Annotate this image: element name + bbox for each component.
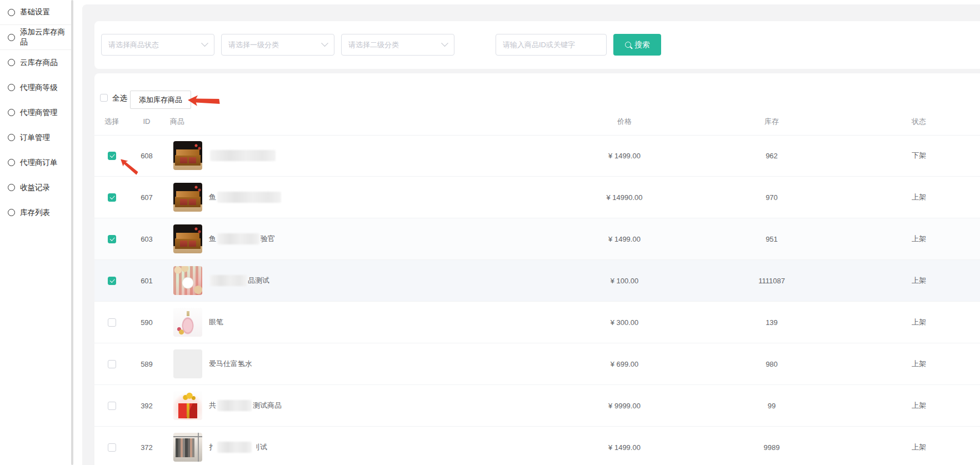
product-price: ¥ 300.00	[547, 318, 702, 327]
product-name: 品测试	[209, 275, 269, 286]
circle-icon	[8, 159, 15, 166]
category-level2-placeholder: 请选择二级分类	[348, 40, 399, 50]
main-content: 请选择商品状态 请选择一级分类 请选择二级分类 搜索 全选 添加库存商品	[82, 4, 980, 465]
table-row: 608 ¥ 1499.00 962 下架	[94, 135, 980, 177]
circle-icon	[8, 34, 15, 41]
product-name-text: 扌	[209, 443, 216, 451]
censored-name-block	[217, 192, 281, 203]
product-id: 372	[129, 443, 164, 452]
sidebar-item-label: 添加云库存商品	[20, 27, 71, 47]
product-image-meat-gift-box	[173, 224, 202, 253]
sidebar-item-label: 订单管理	[20, 133, 50, 143]
annotation-arrow-to-add-button	[187, 94, 220, 108]
product-status-placeholder: 请选择商品状态	[108, 40, 159, 50]
add-stock-product-button[interactable]: 添加库存商品	[130, 91, 191, 109]
row-checkbox[interactable]	[108, 360, 116, 368]
product-stock: 970	[702, 193, 841, 202]
censored-name-block	[217, 442, 252, 453]
sidebar-item-label: 基础设置	[20, 7, 50, 17]
circle-icon	[8, 9, 15, 16]
circle-icon	[8, 209, 15, 216]
sidebar-item-3[interactable]: 代理商等级	[0, 75, 71, 100]
table-row: 590 眼笔 ¥ 300.00 139 上架	[94, 302, 980, 343]
product-name-text: 刂试	[253, 443, 267, 451]
product-id: 392	[129, 402, 164, 410]
product-status: 上架	[841, 192, 980, 202]
product-image-clothes-rack	[173, 433, 202, 462]
keyword-input[interactable]	[496, 34, 607, 56]
product-id: 601	[129, 277, 164, 285]
product-price: ¥ 9999.00	[547, 402, 702, 410]
circle-icon	[8, 134, 15, 141]
category-level2-select[interactable]: 请选择二级分类	[341, 34, 454, 56]
product-image-food-platter	[173, 266, 202, 295]
circle-icon	[8, 184, 15, 191]
row-checkbox[interactable]	[108, 443, 116, 452]
circle-icon	[8, 84, 15, 91]
top-strip	[0, 0, 980, 4]
row-checkbox[interactable]	[108, 235, 116, 243]
product-table-card: 全选 添加库存商品 选择 ID 商品 价格 库存 状态 608 ¥ 1499.0…	[94, 73, 980, 465]
product-price: ¥ 100.00	[547, 277, 702, 285]
product-name-text: 共	[209, 401, 216, 409]
sidebar-item-8[interactable]: 库存列表	[0, 200, 71, 225]
chevron-down-icon	[201, 39, 208, 47]
header-product: 商品	[164, 117, 547, 127]
product-image-meat-gift-box	[173, 183, 202, 212]
chevron-down-icon	[321, 39, 328, 47]
sidebar-item-2[interactable]: 云库存商品	[0, 50, 71, 75]
search-button-label: 搜索	[635, 40, 650, 50]
censored-name-block	[210, 150, 276, 161]
product-status: 上架	[841, 234, 980, 244]
product-name-text: 鱼	[209, 193, 216, 201]
header-status: 状态	[841, 117, 980, 127]
sidebar-item-5[interactable]: 订单管理	[0, 125, 71, 150]
product-name-text: 测试商品	[253, 401, 282, 409]
sidebar-item-0[interactable]: 基础设置	[0, 0, 71, 25]
product-price: ¥ 1499.00	[547, 235, 702, 243]
product-image-meat-gift-box	[173, 141, 202, 170]
row-checkbox[interactable]	[108, 318, 116, 327]
table-row: 607 鱼 ¥ 14990.00 970 上架	[94, 177, 980, 218]
product-image-orange-gift-set	[173, 349, 202, 378]
filter-card: 请选择商品状态 请选择一级分类 请选择二级分类 搜索	[94, 21, 980, 69]
row-checkbox[interactable]	[108, 402, 116, 410]
product-status: 下架	[841, 151, 980, 161]
table-row: 392 共测试商品 ¥ 9999.00 99 上架	[94, 385, 980, 427]
product-name: 爱马仕富氢水	[209, 359, 252, 369]
row-checkbox[interactable]	[108, 152, 116, 160]
sidebar-item-label: 代理商管理	[20, 108, 58, 118]
product-price: ¥ 1499.00	[547, 152, 702, 160]
sidebar-item-label: 库存列表	[20, 208, 50, 218]
product-name: 鱼验官	[209, 233, 275, 244]
circle-icon	[8, 109, 15, 116]
row-checkbox[interactable]	[108, 193, 116, 202]
category-level1-select[interactable]: 请选择一级分类	[221, 34, 334, 56]
product-status: 上架	[841, 442, 980, 452]
scrollbar-thumb[interactable]	[71, 0, 73, 465]
product-image-red-gift-box	[173, 391, 202, 420]
sidebar-item-6[interactable]: 代理商订单	[0, 150, 71, 175]
product-name	[209, 150, 277, 161]
product-name-text: 验官	[261, 234, 275, 243]
censored-name-block	[210, 275, 247, 286]
product-status-select[interactable]: 请选择商品状态	[101, 34, 214, 56]
product-name: 眼笔	[209, 317, 223, 327]
sidebar-item-7[interactable]: 收益记录	[0, 175, 71, 200]
header-select: 选择	[94, 117, 129, 127]
select-all-label: 全选	[112, 93, 127, 103]
search-icon	[625, 42, 631, 48]
search-button[interactable]: 搜索	[613, 34, 661, 56]
row-checkbox[interactable]	[108, 277, 116, 285]
sidebar-item-4[interactable]: 代理商管理	[0, 100, 71, 125]
product-id: 603	[129, 235, 164, 243]
sidebar-item-1[interactable]: 添加云库存商品	[0, 25, 71, 50]
product-status: 上架	[841, 359, 980, 369]
header-stock: 库存	[702, 117, 841, 127]
table-row: 372 扌刂试 ¥ 1499.00 9989 上架	[94, 427, 980, 465]
header-price: 价格	[547, 117, 702, 127]
page: { "app": { "accent_color": "#26b89a", "a…	[0, 0, 980, 465]
select-all-checkbox[interactable]	[100, 94, 108, 102]
chevron-down-icon	[441, 39, 448, 47]
product-id: 589	[129, 360, 164, 368]
